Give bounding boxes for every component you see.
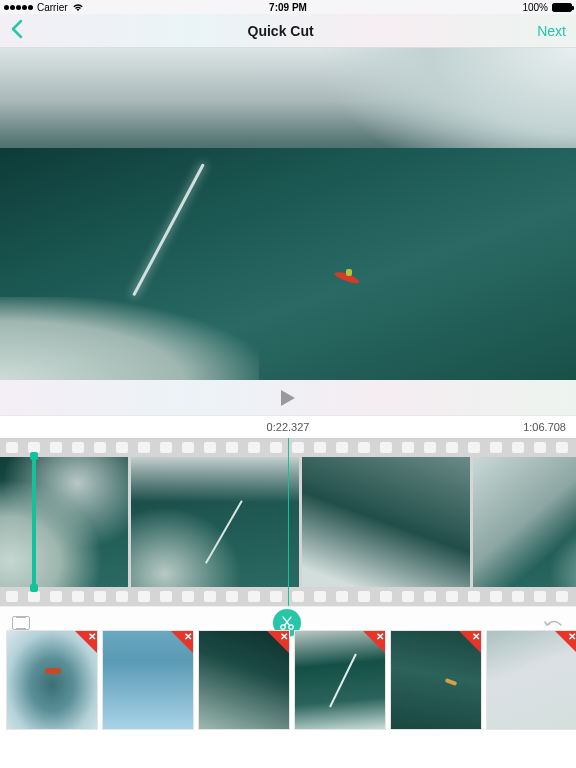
- back-button[interactable]: [10, 19, 24, 43]
- time-end: 1:06.708: [523, 421, 566, 433]
- clip-thumb[interactable]: ✕: [198, 630, 290, 730]
- close-icon: ✕: [280, 631, 288, 643]
- clip-thumb[interactable]: ✕: [486, 630, 576, 730]
- status-time: 7:09 PM: [269, 2, 307, 13]
- next-button[interactable]: Next: [537, 23, 566, 39]
- carrier-label: Carrier: [37, 2, 68, 13]
- time-current: 0:22.327: [267, 421, 310, 433]
- page-title: Quick Cut: [248, 23, 314, 39]
- close-icon: ✕: [184, 631, 192, 643]
- nav-bar: Quick Cut Next: [0, 14, 576, 48]
- trim-start-handle[interactable]: [32, 456, 36, 588]
- close-icon: ✕: [88, 631, 96, 643]
- clip-thumb[interactable]: ✕: [6, 630, 98, 730]
- video-preview[interactable]: [0, 48, 576, 380]
- filmstrip-frame[interactable]: [0, 457, 128, 587]
- clip-thumb[interactable]: ✕: [390, 630, 482, 730]
- battery-pct: 100%: [522, 2, 548, 13]
- filmstrip-frame[interactable]: [131, 457, 299, 587]
- status-right: 100%: [522, 2, 572, 13]
- close-icon: ✕: [376, 631, 384, 643]
- close-icon: ✕: [568, 631, 576, 643]
- playhead[interactable]: [288, 438, 289, 606]
- filmstrip-frames[interactable]: [0, 457, 536, 587]
- battery-icon: [552, 3, 572, 12]
- status-left: Carrier: [4, 2, 84, 13]
- filmstrip-frame[interactable]: [473, 457, 576, 587]
- clip-thumb[interactable]: ✕: [294, 630, 386, 730]
- scissors-icon: [279, 615, 295, 631]
- signal-dots-icon: [4, 5, 33, 10]
- clip-thumb[interactable]: ✕: [102, 630, 194, 730]
- time-row: 0:22.327 1:06.708: [0, 416, 576, 438]
- undo-button[interactable]: [544, 616, 564, 630]
- undo-icon: [544, 616, 564, 630]
- play-bar: [0, 380, 576, 416]
- chevron-left-icon: [10, 19, 24, 39]
- clips-tray[interactable]: ✕ ✕ ✕ ✕ ✕ ✕: [0, 626, 576, 754]
- filmstrip[interactable]: [0, 438, 576, 606]
- frame-mode-button[interactable]: [12, 616, 30, 630]
- wifi-icon: [72, 3, 84, 12]
- close-icon: ✕: [472, 631, 480, 643]
- status-bar: Carrier 7:09 PM 100%: [0, 0, 576, 14]
- filmstrip-frame[interactable]: [302, 457, 470, 587]
- play-button[interactable]: [281, 390, 295, 406]
